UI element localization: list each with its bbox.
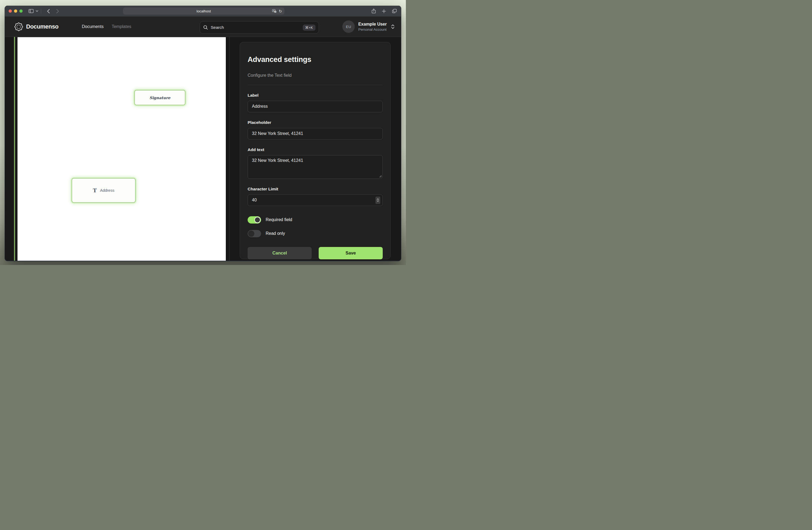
close-window-button[interactable] bbox=[9, 10, 12, 13]
required-field-toggle-label: Required field bbox=[266, 217, 292, 222]
browser-window: localhost A ✦ ↻ bbox=[5, 6, 401, 261]
main-content: Signature T Address Advanced settings Co… bbox=[5, 37, 401, 261]
toggle-knob bbox=[254, 217, 261, 223]
search-shortcut-badge: ⌘+K bbox=[303, 25, 316, 31]
brand-name: Documenso bbox=[26, 24, 58, 30]
minimize-window-button[interactable] bbox=[14, 10, 17, 13]
sidebar-chevron-down-icon[interactable] bbox=[36, 10, 38, 12]
sidebar-icon[interactable] bbox=[29, 9, 34, 13]
panel-title: Advanced settings bbox=[248, 55, 383, 64]
add-text-textarea[interactable]: 32 New York Street, 41241 bbox=[248, 155, 383, 179]
svg-text:A: A bbox=[273, 10, 275, 12]
advanced-settings-panel: Advanced settings Configure the Text fie… bbox=[240, 42, 391, 259]
text-field-icon: T bbox=[93, 187, 97, 193]
label-field-label: Label bbox=[248, 93, 383, 98]
translate-icon[interactable]: A ✦ bbox=[272, 9, 276, 13]
placeholder-input[interactable] bbox=[248, 128, 383, 140]
panel-subtitle: Configure the Text field bbox=[248, 73, 383, 78]
main-nav: Documents Templates bbox=[82, 17, 131, 37]
save-button[interactable]: Save bbox=[319, 247, 383, 259]
textarea-resize-handle-icon[interactable] bbox=[379, 175, 382, 178]
document-page: Signature T Address bbox=[17, 37, 226, 261]
cancel-button[interactable]: Cancel bbox=[248, 247, 312, 259]
search-placeholder: Search bbox=[211, 25, 224, 30]
forward-icon[interactable] bbox=[56, 9, 59, 13]
read-only-toggle-label: Read only bbox=[266, 231, 285, 236]
read-only-toggle[interactable] bbox=[248, 230, 261, 237]
signature-field[interactable]: Signature bbox=[134, 90, 186, 105]
toggle-knob bbox=[248, 231, 254, 237]
zoom-window-button[interactable] bbox=[19, 10, 23, 13]
search-input[interactable]: Search ⌘+K bbox=[200, 21, 319, 34]
browser-toolbar: localhost A ✦ ↻ bbox=[5, 6, 401, 17]
text-field[interactable]: T Address bbox=[72, 178, 136, 203]
signature-field-label: Signature bbox=[149, 96, 170, 100]
stepper-up-icon[interactable] bbox=[377, 198, 379, 200]
reload-icon[interactable]: ↻ bbox=[278, 9, 282, 13]
label-input[interactable] bbox=[248, 101, 383, 112]
nav-documents[interactable]: Documents bbox=[82, 24, 104, 29]
character-limit-input[interactable] bbox=[248, 194, 383, 206]
app-navbar: Documenso Documents Templates Search ⌘+K… bbox=[5, 17, 401, 37]
new-tab-icon[interactable] bbox=[382, 9, 386, 13]
documenso-logo-icon bbox=[14, 22, 23, 31]
desktop-background: localhost A ✦ ↻ bbox=[0, 0, 406, 265]
search-icon bbox=[203, 25, 208, 30]
user-account-type: Personal Account bbox=[358, 27, 387, 32]
page-accent-line bbox=[14, 37, 15, 261]
stepper-down-icon[interactable] bbox=[377, 200, 379, 202]
placeholder-field-label: Placeholder bbox=[248, 120, 383, 125]
avatar: EU bbox=[342, 20, 355, 33]
required-field-toggle[interactable] bbox=[248, 216, 261, 224]
address-bar[interactable]: localhost A ✦ ↻ bbox=[123, 8, 285, 15]
content-divider bbox=[229, 37, 230, 261]
toolbar-divider bbox=[41, 9, 41, 13]
number-stepper[interactable] bbox=[375, 197, 380, 204]
window-controls bbox=[9, 10, 23, 13]
address-bar-url: localhost bbox=[197, 9, 211, 13]
share-icon[interactable] bbox=[372, 9, 376, 13]
panel-divider bbox=[248, 85, 383, 85]
nav-templates[interactable]: Templates bbox=[112, 24, 131, 29]
text-field-label: Address bbox=[100, 188, 114, 193]
brand[interactable]: Documenso bbox=[14, 17, 58, 37]
back-icon[interactable] bbox=[47, 9, 50, 13]
svg-text:✦: ✦ bbox=[275, 11, 276, 13]
add-text-field-label: Add text bbox=[248, 147, 383, 152]
user-name: Example User bbox=[358, 22, 387, 27]
tab-overview-icon[interactable] bbox=[392, 9, 397, 13]
chevron-up-down-icon bbox=[391, 24, 394, 29]
character-limit-field-label: Character Limit bbox=[248, 187, 383, 192]
user-menu[interactable]: EU Example User Personal Account bbox=[342, 17, 394, 37]
